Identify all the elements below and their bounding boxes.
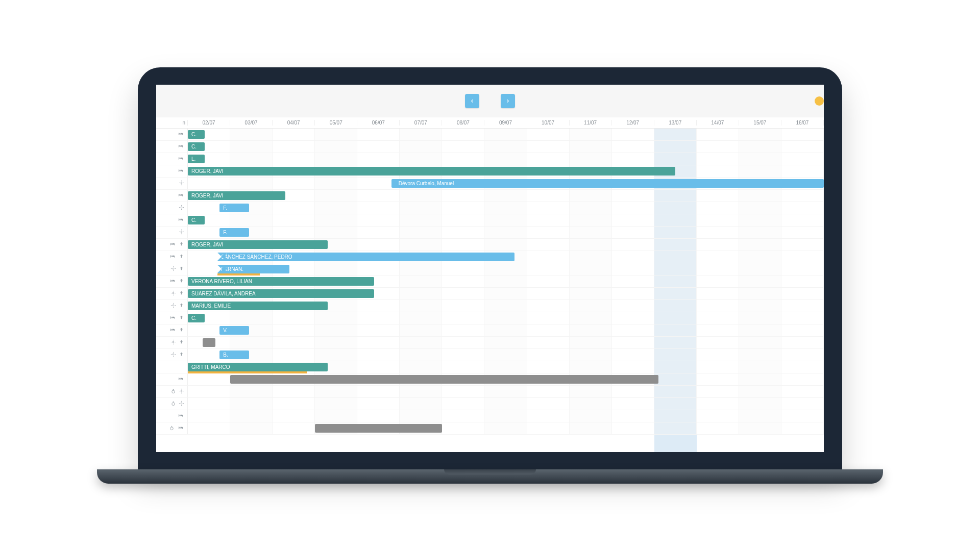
row-icons — [156, 410, 188, 422]
calendar-rows: C.C.L.ROGER, JAVIDévora Curbelo, ManuelR… — [156, 129, 824, 452]
calendar-row — [156, 422, 824, 435]
laptop-bezel: 17/07/2023 n 02/0703/0704/0705/0706/0707… — [138, 67, 842, 469]
booking-bar[interactable] — [315, 424, 442, 433]
row-track: C. — [188, 214, 824, 226]
date-column[interactable]: 06/07 — [357, 120, 400, 126]
booking-bar[interactable]: Dévora Curbelo, Manuel — [391, 179, 824, 188]
date-column[interactable]: 11/07 — [570, 120, 612, 126]
booking-bar[interactable]: GRITTI, MARCO — [188, 363, 328, 371]
bed-icon — [177, 217, 184, 224]
next-button[interactable] — [501, 94, 515, 108]
prev-button[interactable] — [465, 94, 479, 108]
booking-bar[interactable]: F. — [219, 228, 249, 237]
calendar-row: MARIUS, EMILIE — [156, 300, 824, 312]
date-column[interactable]: 07/07 — [400, 120, 442, 126]
calendar-row: SUAREZ DÁVILA, ANDREA — [156, 288, 824, 300]
booking-label: C. — [191, 315, 197, 321]
date-column[interactable]: 09/07 — [484, 120, 527, 126]
header-gutter: n — [156, 120, 188, 126]
row-icons — [156, 202, 188, 214]
wheel-icon — [170, 400, 176, 408]
bed-icon — [177, 143, 184, 151]
booking-bar[interactable]: FERNAN. — [217, 265, 289, 273]
up-icon — [179, 254, 184, 261]
booking-label: VERONA RIVERO, LILIAN — [191, 279, 252, 284]
date-column[interactable]: 05/07 — [315, 120, 357, 126]
date-column[interactable]: 14/07 — [697, 120, 739, 126]
toolbar — [156, 85, 824, 117]
date-column[interactable]: 12/07 — [612, 120, 654, 126]
calendar-row — [156, 373, 824, 386]
calendar-row: VERONA RIVERO, LILIAN — [156, 276, 824, 288]
row-track: SÁNCHEZ SÁNCHEZ, PEDRO — [188, 251, 824, 263]
row-icons — [156, 251, 188, 263]
booking-bar[interactable]: C. — [188, 142, 205, 151]
date-column[interactable]: 08/07 — [442, 120, 484, 126]
booking-bar[interactable]: C. — [188, 130, 205, 139]
bed-icon — [177, 376, 184, 383]
booking-bar[interactable]: B. — [219, 350, 249, 359]
date-column[interactable]: 04/07 — [273, 120, 315, 126]
sun-icon — [179, 388, 184, 395]
calendar-header-row: n 02/0703/0704/0705/0706/0707/0708/0709/… — [156, 117, 824, 129]
row-track: MARIUS, EMILIE — [188, 300, 824, 312]
row-track: VERONA RIVERO, LILIAN — [188, 276, 824, 287]
calendar-row: C. — [156, 129, 824, 141]
booking-bar[interactable]: C. — [188, 216, 205, 224]
row-track: ROGER, JAVI — [188, 165, 824, 177]
booking-label: MARIUS, EMILIE — [191, 303, 231, 309]
row-track: GRITTI, MARCO — [188, 361, 824, 373]
row-track: V. — [188, 324, 824, 336]
booking-bar[interactable]: L. — [188, 155, 205, 163]
booking-bar[interactable]: ROGER, JAVI — [188, 191, 285, 200]
row-icons — [156, 263, 188, 275]
row-icons — [156, 361, 188, 373]
row-track — [188, 398, 824, 410]
date-column[interactable]: 15/07 — [739, 120, 781, 126]
booking-label: Dévora Curbelo, Manuel — [399, 181, 454, 186]
date-column[interactable]: 02/07 — [188, 120, 230, 126]
row-icons — [156, 373, 188, 385]
bed-icon — [177, 192, 184, 199]
row-track: C. — [188, 129, 824, 140]
booking-label: F. — [223, 230, 227, 235]
row-icons — [156, 324, 188, 336]
row-track — [188, 386, 824, 397]
booking-bar[interactable]: C. — [188, 314, 205, 322]
date-column[interactable]: 16/07 — [781, 120, 824, 126]
calendar-row: SÁNCHEZ SÁNCHEZ, PEDRO — [156, 251, 824, 263]
calendar-row — [156, 386, 824, 398]
booking-bar[interactable]: V. — [219, 326, 249, 335]
row-icons — [156, 129, 188, 140]
row-track: ROGER, JAVI — [188, 239, 824, 251]
booking-bar[interactable]: VERONA RIVERO, LILIAN — [188, 277, 374, 286]
booking-bar[interactable]: SUAREZ DÁVILA, ANDREA — [188, 289, 374, 298]
booking-bar[interactable]: ROGER, JAVI — [188, 240, 328, 249]
bed-icon — [169, 327, 176, 334]
booking-bar[interactable] — [203, 338, 215, 347]
bed-icon — [169, 315, 176, 322]
booking-bar[interactable] — [230, 375, 658, 384]
booking-label: ROGER, JAVI — [191, 242, 224, 247]
calendar-row: ROGER, JAVI — [156, 190, 824, 202]
booking-bar[interactable]: MARIUS, EMILIE — [188, 302, 328, 310]
row-track: ROGER, JAVI — [188, 190, 824, 202]
bed-icon — [169, 241, 176, 248]
laptop-base — [97, 469, 883, 484]
row-icons — [156, 288, 188, 299]
booking-bar[interactable]: F. — [219, 204, 249, 212]
booking-label: SÁNCHEZ SÁNCHEZ, PEDRO — [221, 254, 292, 260]
sun-icon — [179, 229, 184, 236]
booking-label: ROGER, JAVI — [191, 168, 224, 174]
row-icons — [156, 141, 188, 153]
date-column[interactable]: 03/07 — [230, 120, 273, 126]
calendar-row: ROGER, JAVI — [156, 239, 824, 251]
calendar-row: ROGER, JAVI — [156, 165, 824, 178]
booking-bar[interactable]: SÁNCHEZ SÁNCHEZ, PEDRO — [217, 253, 514, 261]
up-icon — [179, 315, 184, 322]
booking-bar[interactable]: ROGER, JAVI — [188, 167, 675, 176]
calendar-row — [156, 337, 824, 349]
date-column[interactable]: 13/07 — [654, 120, 697, 126]
calendar-grid: 17/07/2023 n 02/0703/0704/0705/0706/0707… — [156, 117, 824, 452]
date-column[interactable]: 10/07 — [527, 120, 570, 126]
